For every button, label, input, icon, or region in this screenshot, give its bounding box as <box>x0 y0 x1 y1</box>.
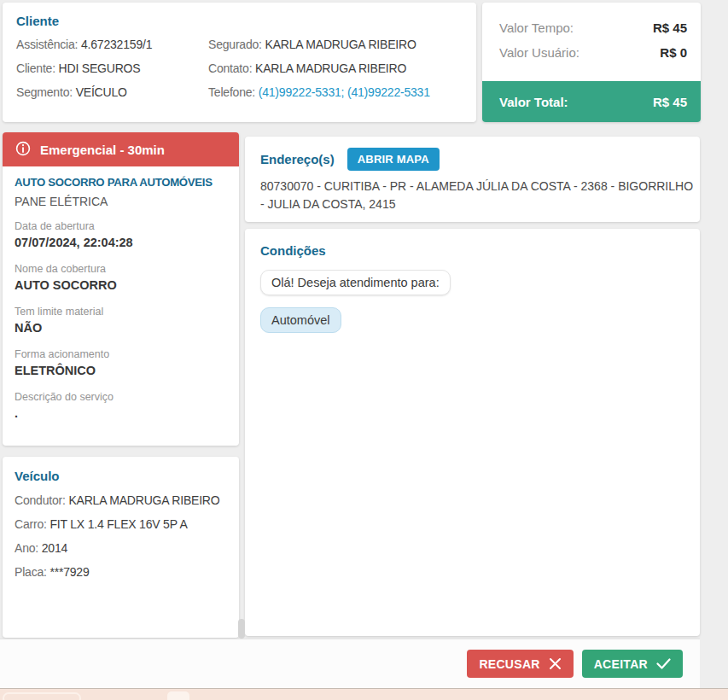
plate-row: Placa: ***7929 <box>15 560 227 584</box>
client-card-title: Cliente <box>16 14 463 28</box>
pricing-card: Valor Tempo: R$ 45 Valor Usuário: R$ 0 V… <box>482 3 701 122</box>
field-label: Descrição do serviço <box>15 390 227 405</box>
accept-button-label: ACEITAR <box>594 657 648 671</box>
price-value: R$ 0 <box>660 45 687 60</box>
close-icon <box>549 657 562 670</box>
field-group-coverage: Nome da cobertura AUTO SOCORRO <box>15 262 227 294</box>
vehicle-card: Veículo Condutor: KARLA MADRUGA RIBEIRO … <box>3 457 239 638</box>
emergency-header: Emergencial - 30min <box>3 132 239 166</box>
field-group-open-date: Data de abertura 07/07/2024, 22:04:28 <box>15 219 227 251</box>
reject-button-label: RECUSAR <box>479 657 539 671</box>
field-label: Carro: <box>15 517 47 531</box>
emergency-header-label: Emergencial - 30min <box>40 143 165 157</box>
address-header: Endereço(s) ABRIR MAPA <box>260 148 684 171</box>
address-text: 80730070 - CURITIBA - PR - ALAMEDA JÚLIA… <box>260 178 694 213</box>
field-label: Telefone: <box>208 85 255 99</box>
field-value: . <box>15 405 227 422</box>
client-column-right: Segurado: KARLA MADRUGA RIBEIRO Contato:… <box>208 32 463 104</box>
background-app-strip <box>0 688 728 700</box>
open-map-button[interactable]: ABRIR MAPA <box>347 148 440 171</box>
accept-button[interactable]: ACEITAR <box>582 650 683 678</box>
segment-row: Segmento: VEÍCULO <box>16 80 208 104</box>
price-label: Valor Tempo: <box>499 20 574 35</box>
service-body: AUTO SOCORRO PARA AUTOMÓVEIS PANE ELÉTRI… <box>3 166 239 431</box>
field-value: AUTO SOCORRO <box>15 277 227 294</box>
dispatch-modal: Cliente Assistência: 4.67232159/1 Client… <box>0 0 728 700</box>
field-value: VEÍCULO <box>76 85 127 99</box>
field-label: Contato: <box>208 61 252 75</box>
field-label: Tem limite material <box>15 305 227 319</box>
chat-message-line: Automóvel <box>260 307 684 333</box>
phone-row: Telefone: (41)99222-5331; (41)99222-5331 <box>208 80 463 104</box>
conditions-card-title: Condições <box>260 243 684 258</box>
footer-action-bar: RECUSAR ACEITAR <box>0 639 700 688</box>
chat-message: Olá! Deseja atendimento para: <box>260 270 451 295</box>
price-value: R$ 45 <box>653 20 687 35</box>
field-value: HDI SEGUROS <box>59 61 141 75</box>
field-value: ***7929 <box>50 565 89 579</box>
phone-link[interactable]: (41)99222-5331; (41)99222-5331 <box>259 85 430 99</box>
year-row: Ano: 2014 <box>15 536 227 560</box>
field-label: Assistência: <box>16 38 78 51</box>
field-label: Placa: <box>15 565 47 579</box>
field-label: Segurado: <box>208 38 262 51</box>
field-label: Cliente: <box>16 61 55 75</box>
address-card-title: Endereço(s) <box>260 152 335 166</box>
field-value: NÃO <box>15 319 227 336</box>
client-row: Cliente: HDI SEGUROS <box>16 56 208 80</box>
field-value: KARLA MADRUGA RIBEIRO <box>255 61 406 75</box>
client-columns: Assistência: 4.67232159/1 Cliente: HDI S… <box>16 32 463 104</box>
field-value: 4.67232159/1 <box>81 38 152 51</box>
field-label: Data de abertura <box>15 219 227 234</box>
field-value: 2014 <box>42 541 67 555</box>
client-card: Cliente Assistência: 4.67232159/1 Client… <box>3 3 476 122</box>
price-row-user: Valor Usuário: R$ 0 <box>482 45 701 60</box>
vertical-scrollbar-thumb[interactable] <box>238 619 245 639</box>
service-title: AUTO SOCORRO PARA AUTOMÓVEIS <box>15 176 227 189</box>
field-group-activation: Forma acionamento ELETRÔNICO <box>15 347 227 379</box>
car-row: Carro: FIT LX 1.4 FLEX 16V 5P A <box>15 512 227 536</box>
reject-button[interactable]: RECUSAR <box>467 650 573 678</box>
conditions-card: Condições Olá! Deseja atendimento para: … <box>245 229 700 636</box>
field-value: FIT LX 1.4 FLEX 16V 5P A <box>50 517 187 531</box>
assistance-row: Assistência: 4.67232159/1 <box>16 32 208 56</box>
field-value: 07/07/2024, 22:04:28 <box>15 234 227 251</box>
vehicle-card-title: Veículo <box>15 469 227 483</box>
field-group-description: Descrição do serviço . <box>15 390 227 422</box>
chat-message-line: Olá! Deseja atendimento para: <box>260 270 684 295</box>
field-label: Segmento: <box>16 85 73 99</box>
total-label: Valor Total: <box>499 95 568 109</box>
field-value: KARLA MADRUGA RIBEIRO <box>68 493 219 507</box>
field-label: Ano: <box>15 541 38 555</box>
insured-row: Segurado: KARLA MADRUGA RIBEIRO <box>208 32 463 56</box>
address-card: Endereço(s) ABRIR MAPA 80730070 - CURITI… <box>245 137 700 222</box>
check-icon <box>656 658 671 669</box>
field-group-material-limit: Tem limite material NÃO <box>15 305 227 336</box>
price-label: Valor Usuário: <box>499 45 579 60</box>
price-row-time: Valor Tempo: R$ 45 <box>482 20 701 35</box>
driver-row: Condutor: KARLA MADRUGA RIBEIRO <box>15 488 227 512</box>
service-card: Emergencial - 30min AUTO SOCORRO PARA AU… <box>3 132 239 446</box>
background-app-element <box>167 691 189 700</box>
service-subtitle: PANE ELÉTRICA <box>15 195 227 208</box>
field-value: KARLA MADRUGA RIBEIRO <box>265 38 416 51</box>
total-value: R$ 45 <box>653 95 687 109</box>
field-value: ELETRÔNICO <box>15 362 227 379</box>
contact-row: Contato: KARLA MADRUGA RIBEIRO <box>208 56 463 80</box>
field-label: Nome da cobertura <box>15 262 227 277</box>
price-total-bar: Valor Total: R$ 45 <box>482 81 701 122</box>
field-label: Condutor: <box>15 493 66 507</box>
chat-message-reply: Automóvel <box>260 307 341 333</box>
client-column-left: Assistência: 4.67232159/1 Cliente: HDI S… <box>16 32 208 104</box>
background-app-element <box>3 692 81 700</box>
field-label: Forma acionamento <box>15 347 227 362</box>
info-icon <box>15 141 31 159</box>
